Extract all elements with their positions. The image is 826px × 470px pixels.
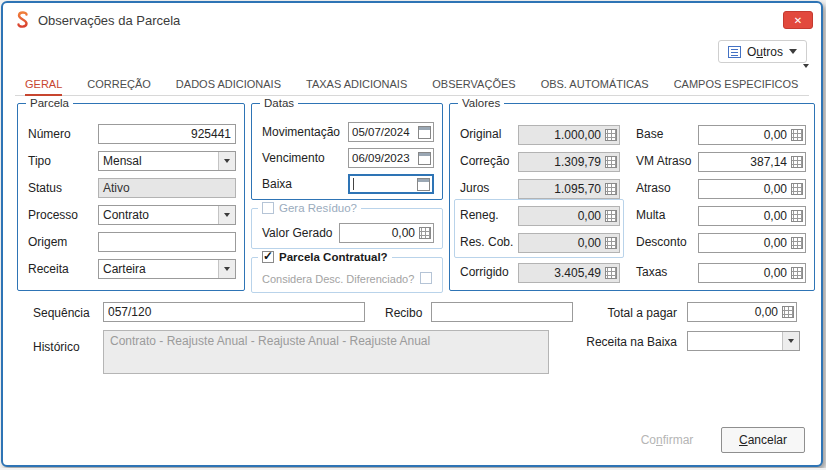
tab-dados-adicionais[interactable]: DADOS ADICIONAIS bbox=[176, 75, 281, 96]
tab-observacoes[interactable]: OBSERVAÇÕES bbox=[432, 75, 515, 96]
calculator-icon[interactable] bbox=[605, 129, 617, 141]
tab-taxas-adicionais[interactable]: TAXAS ADICIONAIS bbox=[306, 75, 407, 96]
calculator-icon[interactable] bbox=[791, 183, 803, 195]
calculator-icon[interactable] bbox=[605, 267, 617, 279]
baixa-input[interactable] bbox=[348, 174, 434, 194]
receita-na-baixa-select[interactable] bbox=[687, 331, 800, 351]
chevron-down-icon bbox=[782, 332, 799, 350]
tipo-select[interactable]: Mensal bbox=[98, 151, 236, 171]
tab-obs-automaticas[interactable]: OBS. AUTOMÁTICAS bbox=[541, 75, 649, 96]
original-label: Original bbox=[460, 127, 501, 141]
calendar-icon[interactable] bbox=[418, 126, 431, 139]
calculator-icon[interactable] bbox=[791, 129, 803, 141]
taxas-label: Taxas bbox=[636, 265, 667, 279]
base-input[interactable]: 0,00 bbox=[698, 125, 806, 145]
calculator-icon[interactable] bbox=[419, 227, 431, 239]
parcela-contratual-checkbox-row: Parcela Contratual? bbox=[258, 250, 392, 264]
historico-textarea: Contrato - Reajuste Anual - Reajuste Anu… bbox=[103, 330, 549, 374]
processo-select[interactable]: Contrato bbox=[98, 205, 236, 225]
calculator-icon[interactable] bbox=[605, 183, 617, 195]
taxas-input[interactable]: 0,00 bbox=[698, 263, 806, 283]
close-button[interactable]: ✕ bbox=[783, 11, 813, 29]
recibo-input[interactable] bbox=[431, 302, 573, 322]
total-a-pagar-label: Total a pagar bbox=[573, 305, 677, 321]
observacoes-parcela-dialog: Observações da Parcela ✕ Outros GERAL CO… bbox=[1, 1, 823, 467]
outros-button[interactable]: Outros bbox=[718, 40, 807, 63]
reneg-label: Reneg. bbox=[460, 208, 499, 222]
app-logo-icon bbox=[15, 11, 30, 29]
calculator-icon[interactable] bbox=[791, 156, 803, 168]
parcela-contratual-checkbox[interactable] bbox=[262, 251, 274, 263]
chevron-down-icon bbox=[789, 49, 797, 54]
calculator-icon[interactable] bbox=[791, 210, 803, 222]
calculator-icon[interactable] bbox=[605, 210, 617, 222]
calculator-icon[interactable] bbox=[782, 306, 794, 318]
vencimento-label: Vencimento bbox=[262, 148, 325, 168]
desconto-label: Desconto bbox=[636, 235, 687, 249]
correcao-label: Correção bbox=[460, 154, 509, 168]
sequencia-label: Sequência bbox=[33, 305, 90, 321]
calculator-icon[interactable] bbox=[605, 156, 617, 168]
corrigido-field: 3.405,49 bbox=[518, 263, 620, 283]
atraso-input[interactable]: 0,00 bbox=[698, 179, 806, 199]
atraso-label: Atraso bbox=[636, 181, 671, 195]
res-cob-label: Res. Cob. bbox=[460, 235, 513, 249]
receita-label: Receita bbox=[28, 259, 69, 279]
calendar-icon[interactable] bbox=[417, 178, 430, 191]
multa-label: Multa bbox=[636, 208, 665, 222]
tab-geral[interactable]: GERAL bbox=[25, 75, 62, 96]
movimentacao-label: Movimentação bbox=[262, 122, 340, 142]
numero-input[interactable] bbox=[98, 124, 236, 144]
confirmar-button[interactable]: Confirmar bbox=[625, 427, 709, 453]
vencimento-input[interactable]: 06/09/2023 bbox=[348, 148, 434, 168]
valor-gerado-label: Valor Gerado bbox=[262, 223, 332, 243]
origem-input[interactable] bbox=[98, 232, 236, 252]
title-bar: Observações da Parcela ✕ bbox=[3, 3, 821, 37]
gera-residuo-checkbox-row: Gera Resíduo? bbox=[258, 201, 361, 215]
calculator-icon[interactable] bbox=[605, 237, 617, 249]
window-title: Observações da Parcela bbox=[38, 13, 180, 28]
calculator-icon[interactable] bbox=[791, 267, 803, 279]
tab-correcao[interactable]: CORREÇÃO bbox=[87, 75, 151, 96]
calendar-icon[interactable] bbox=[418, 152, 431, 165]
vm-atraso-input[interactable]: 387,14 bbox=[698, 152, 806, 172]
original-field: 1.000,00 bbox=[518, 125, 620, 145]
numero-label: Número bbox=[28, 124, 71, 144]
datas-legend: Datas bbox=[260, 96, 298, 110]
status-label: Status bbox=[28, 178, 62, 198]
valores-legend: Valores bbox=[458, 96, 504, 110]
gera-residuo-checkbox[interactable] bbox=[262, 202, 274, 214]
chevron-down-icon bbox=[218, 260, 235, 278]
parcela-group: Parcela Número Tipo Mensal Status Ativo … bbox=[17, 103, 245, 291]
tab-overflow-chevron-icon[interactable] bbox=[803, 64, 809, 68]
valor-gerado-input[interactable]: 0,00 bbox=[339, 223, 434, 243]
tab-campos-especificos[interactable]: CAMPOS ESPECIFICOS bbox=[674, 75, 799, 96]
receita-select[interactable]: Carteira bbox=[98, 259, 236, 279]
origem-label: Origem bbox=[28, 232, 67, 252]
correcao-field: 1.309,79 bbox=[518, 152, 620, 172]
movimentacao-input[interactable]: 05/07/2024 bbox=[348, 122, 434, 142]
cancelar-button[interactable]: Cancelar bbox=[721, 427, 805, 453]
processo-label: Processo bbox=[28, 205, 78, 225]
historico-label: Histórico bbox=[33, 339, 80, 355]
chevron-down-icon bbox=[218, 206, 235, 224]
baixa-label: Baixa bbox=[262, 174, 292, 194]
calculator-icon[interactable] bbox=[791, 237, 803, 249]
res-cob-field: 0,00 bbox=[518, 233, 620, 253]
multa-input[interactable]: 0,00 bbox=[698, 206, 806, 226]
parcela-contratual-label: Parcela Contratual? bbox=[279, 250, 388, 264]
datas-group: Datas Movimentação 05/07/2024 Vencimento… bbox=[251, 103, 443, 200]
chevron-down-icon bbox=[218, 152, 235, 170]
total-a-pagar-input[interactable]: 0,00 bbox=[687, 302, 797, 322]
tab-bar: GERAL CORREÇÃO DADOS ADICIONAIS TAXAS AD… bbox=[15, 75, 809, 96]
sequencia-input[interactable] bbox=[103, 302, 365, 322]
juros-field: 1.095,70 bbox=[518, 179, 620, 199]
list-icon bbox=[728, 46, 741, 58]
vm-atraso-label: VM Atraso bbox=[636, 154, 691, 168]
gera-residuo-box: Gera Resíduo? Valor Gerado 0,00 bbox=[251, 208, 443, 249]
considera-desc-checkbox[interactable] bbox=[420, 272, 432, 284]
desconto-input[interactable]: 0,00 bbox=[698, 233, 806, 253]
tipo-label: Tipo bbox=[28, 151, 51, 171]
recibo-label: Recibo bbox=[385, 305, 422, 321]
parcela-legend: Parcela bbox=[26, 96, 73, 110]
